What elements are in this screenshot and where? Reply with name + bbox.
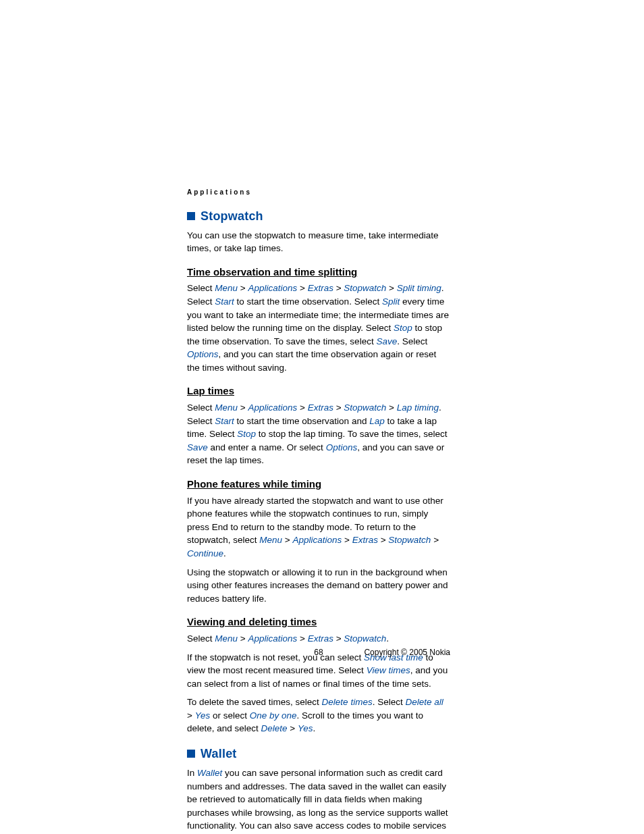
text: > xyxy=(187,710,195,721)
paragraph-phone-features-1: If you have already started the stopwatc… xyxy=(187,494,450,561)
text: to stop the lap timing. To save the time… xyxy=(256,429,447,439)
subheading-phone-features: Phone features while timing xyxy=(187,477,450,492)
ui-term-extras: Extras xyxy=(308,283,333,293)
section-title: Stopwatch xyxy=(200,207,263,225)
text: > xyxy=(342,535,352,545)
paragraph-intro: You can use the stopwatch to measure tim… xyxy=(187,229,450,255)
text: > xyxy=(431,535,439,545)
text: > xyxy=(378,535,388,545)
ui-term-menu: Menu xyxy=(215,283,238,293)
paragraph-viewing-1: Select Menu > Applications > Extras > St… xyxy=(187,632,450,646)
ui-term-wallet: Wallet xyxy=(197,768,222,778)
paragraph-time-observation: Select Menu > Applications > Extras > St… xyxy=(187,282,450,374)
ui-term-extras: Extras xyxy=(308,633,333,644)
text: or select xyxy=(210,710,250,721)
text: > xyxy=(238,283,248,293)
paragraph-phone-features-2: Using the stopwatch or allowing it to ru… xyxy=(187,566,450,606)
text: > xyxy=(297,283,307,293)
page-number: 68 xyxy=(314,647,323,658)
text: to start the time observation. Select xyxy=(234,296,382,307)
paragraph-lap-times: Select Menu > Applications > Extras > St… xyxy=(187,401,450,467)
ui-term-stopwatch: Stopwatch xyxy=(344,402,386,413)
ui-term-delete-times: Delete times xyxy=(322,697,373,707)
ui-term-stopwatch: Stopwatch xyxy=(344,633,386,644)
ui-term-applications: Applications xyxy=(292,535,342,545)
ui-term-split-timing: Split timing xyxy=(397,283,441,293)
text: , and you can start the time observation… xyxy=(187,349,436,373)
subheading-lap-times: Lap times xyxy=(187,384,450,398)
text: To delete the saved times, select xyxy=(187,697,322,707)
text: > xyxy=(333,283,344,293)
text: . Select xyxy=(397,336,427,346)
ui-term-stop: Stop xyxy=(394,323,412,333)
ui-term-options: Options xyxy=(326,442,358,452)
copyright-text: Copyright © 2005 Nokia xyxy=(364,647,450,658)
ui-term-menu: Menu xyxy=(259,535,282,545)
text: > xyxy=(238,402,248,413)
text: > xyxy=(297,402,307,413)
text: Select xyxy=(187,402,215,413)
text: . xyxy=(386,633,389,644)
text: . xyxy=(313,723,316,733)
subheading-time-observation: Time observation and time splitting xyxy=(187,265,450,280)
section-heading-stopwatch: Stopwatch xyxy=(187,207,450,225)
ui-term-applications: Applications xyxy=(248,283,297,293)
ui-term-save: Save xyxy=(187,442,208,452)
section-heading-wallet: Wallet xyxy=(187,745,450,762)
ui-term-menu: Menu xyxy=(215,402,238,413)
text: > xyxy=(386,402,396,413)
ui-term-start: Start xyxy=(215,296,234,307)
text: > xyxy=(282,535,292,545)
ui-term-delete-all: Delete all xyxy=(405,697,443,707)
text: to start the time observation and xyxy=(234,416,369,426)
paragraph-viewing-3: To delete the saved times, select Delete… xyxy=(187,696,450,735)
text: . xyxy=(223,548,226,558)
ui-term-one-by-one: One by one xyxy=(250,710,297,721)
text: Select xyxy=(187,633,215,644)
text: > xyxy=(297,633,307,644)
text: In xyxy=(187,768,197,778)
ui-term-start: Start xyxy=(215,416,234,426)
ui-term-lap: Lap xyxy=(369,416,385,426)
square-bullet-icon xyxy=(187,212,195,220)
text: > xyxy=(386,283,396,293)
square-bullet-icon xyxy=(187,750,195,758)
document-page: Applications Stopwatch You can use the s… xyxy=(0,0,644,834)
text: . Select xyxy=(373,697,406,707)
ui-term-delete: Delete xyxy=(261,723,288,733)
ui-term-extras: Extras xyxy=(352,535,378,545)
ui-term-yes: Yes xyxy=(195,710,211,721)
ui-term-continue: Continue xyxy=(187,548,223,558)
ui-term-stopwatch: Stopwatch xyxy=(344,283,386,293)
ui-term-stop: Stop xyxy=(237,429,256,439)
ui-term-options: Options xyxy=(187,349,219,359)
text: > xyxy=(238,633,248,644)
ui-term-save: Save xyxy=(376,336,397,346)
text: > xyxy=(333,633,344,644)
ui-term-view-times: View times xyxy=(367,665,410,675)
ui-term-lap-timing: Lap timing xyxy=(397,402,439,413)
ui-term-split: Split xyxy=(382,296,400,307)
text: > xyxy=(288,723,298,733)
subheading-viewing-deleting: Viewing and deleting times xyxy=(187,615,450,629)
text: Select xyxy=(187,283,215,293)
ui-term-applications: Applications xyxy=(248,633,297,644)
section-title: Wallet xyxy=(200,745,237,762)
ui-term-menu: Menu xyxy=(215,633,238,644)
text: you can save personal information such a… xyxy=(187,768,448,834)
page-footer: 68 Copyright © 2005 Nokia xyxy=(187,647,450,658)
ui-term-extras: Extras xyxy=(308,402,333,413)
paragraph-wallet: In Wallet you can save personal informat… xyxy=(187,766,450,834)
text: and enter a name. Or select xyxy=(208,442,326,452)
ui-term-stopwatch: Stopwatch xyxy=(388,535,431,545)
ui-term-applications: Applications xyxy=(248,402,297,413)
ui-term-yes: Yes xyxy=(298,723,313,733)
running-header: Applications xyxy=(187,188,450,198)
text: > xyxy=(333,402,344,413)
